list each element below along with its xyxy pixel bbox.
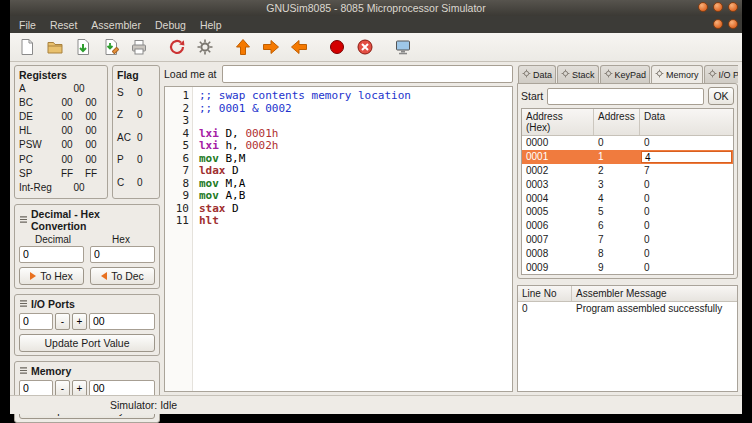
step-forward-arrow-button[interactable] xyxy=(258,35,284,59)
tab-keypad[interactable]: KeyPad xyxy=(600,65,651,83)
menu-help[interactable]: Help xyxy=(193,16,229,33)
right-panel-tabs: DataStackKeyPadMemoryI/O Ports xyxy=(517,65,738,83)
right-arrow-icon xyxy=(30,272,36,280)
monitor-icon xyxy=(394,38,412,56)
menu-reset[interactable]: Reset xyxy=(43,16,84,33)
monitor-button[interactable] xyxy=(390,35,416,59)
memory-column-header[interactable]: Data xyxy=(640,109,733,135)
memory-cell-hex: 0008 xyxy=(522,246,594,260)
memory-decrement-button[interactable]: - xyxy=(55,380,70,397)
code-line: stax D xyxy=(199,203,411,216)
io-ports-panel: I/O Ports - + Update Port Value xyxy=(14,294,160,356)
memory-table-row[interactable]: 000440 xyxy=(522,191,733,205)
tab-i-o-ports[interactable]: I/O Ports xyxy=(704,65,738,83)
to-dec-button[interactable]: To Dec xyxy=(90,267,155,285)
tab-memory[interactable]: Memory xyxy=(651,65,703,83)
registers-title: Registers xyxy=(19,69,103,81)
tab-label: Data xyxy=(533,70,552,80)
memory-address-input[interactable] xyxy=(19,380,53,397)
window-close-button[interactable] xyxy=(728,2,738,12)
memory-table-row[interactable]: 000770 xyxy=(522,233,733,247)
hex-input[interactable] xyxy=(90,246,155,263)
window-restore-button[interactable] xyxy=(713,19,723,29)
assemble-button[interactable] xyxy=(164,35,190,59)
message-text: Program assembled successfully xyxy=(572,303,737,314)
register-value: 00 xyxy=(83,97,99,108)
memory-cell-address: 3 xyxy=(594,177,640,191)
update-port-value-button[interactable]: Update Port Value xyxy=(19,334,155,352)
menu-assembler[interactable]: Assembler xyxy=(84,16,148,33)
ok-button[interactable]: OK xyxy=(708,87,734,105)
memory-table-row[interactable]: 000990 xyxy=(522,260,733,274)
memory-cell-hex: 0009 xyxy=(522,260,594,274)
settings-gear-button[interactable] xyxy=(192,35,218,59)
memory-cell-address: 9 xyxy=(594,260,640,274)
line-number-gutter: 1234567891011 xyxy=(165,87,193,391)
flag-value: 0 xyxy=(137,109,143,120)
memory-data-editor[interactable]: 4 xyxy=(641,151,732,163)
code-token: D, xyxy=(219,127,246,140)
save-as-button[interactable] xyxy=(98,35,124,59)
code-editor[interactable]: 1234567891011 ;; swap contents memory lo… xyxy=(164,86,513,392)
line-no-column-header[interactable]: Line No xyxy=(518,286,572,301)
start-address-input[interactable] xyxy=(547,88,704,105)
register-value: 00 xyxy=(59,111,75,122)
flag-row-c: C0 xyxy=(117,171,155,194)
memory-table-row[interactable]: 000550 xyxy=(522,205,733,219)
code-token: stax xyxy=(199,202,226,215)
memory-column-header[interactable]: Address (Hex) xyxy=(522,109,594,135)
code-area[interactable]: ;; swap contents memory location;; 0001 … xyxy=(193,87,411,391)
stop-button[interactable] xyxy=(352,35,378,59)
flag-row-z: Z0 xyxy=(117,104,155,127)
memory-cell-address: 7 xyxy=(594,233,640,247)
assemble-icon xyxy=(168,38,186,56)
memory-table-row[interactable]: 000227 xyxy=(522,164,733,178)
decimal-input[interactable] xyxy=(19,246,84,263)
new-file-button[interactable] xyxy=(14,35,40,59)
memory-cell-data: 0 xyxy=(640,219,733,233)
assembler-message-column-header[interactable]: Assembler Message xyxy=(572,286,737,301)
code-line: hlt xyxy=(199,215,411,228)
step-back-arrow-button[interactable] xyxy=(286,35,312,59)
memory-table-row[interactable]: 000660 xyxy=(522,219,733,233)
memory-cell-hex: 0003 xyxy=(522,177,594,191)
code-token: h, xyxy=(219,139,246,152)
window-close-button-secondary[interactable] xyxy=(728,19,738,29)
io-port-increment-button[interactable]: + xyxy=(72,313,87,330)
to-hex-button[interactable]: To Hex xyxy=(19,267,84,285)
menu-file[interactable]: File xyxy=(12,16,43,33)
memory-cell-address: 6 xyxy=(594,219,640,233)
memory-table-row[interactable]: 000330 xyxy=(522,177,733,191)
code-token: lxi xyxy=(199,139,219,152)
left-sidebar: Registers A00BC0000DE0000HL0000PSW0000PC… xyxy=(14,65,160,392)
load-address-input[interactable] xyxy=(222,65,513,83)
open-folder-button[interactable] xyxy=(42,35,68,59)
tab-label: Memory xyxy=(666,70,699,80)
window-minimize-button[interactable] xyxy=(698,2,708,12)
record-button[interactable] xyxy=(324,35,350,59)
tab-stack[interactable]: Stack xyxy=(557,65,599,83)
memory-increment-button[interactable]: + xyxy=(72,380,87,397)
save-button[interactable] xyxy=(70,35,96,59)
tab-data[interactable]: Data xyxy=(518,65,556,83)
memory-table-row[interactable]: 000000 xyxy=(522,136,733,150)
title-bar[interactable]: GNUSim8085 - 8085 Microprocessor Simulat… xyxy=(10,0,742,16)
menu-debug[interactable]: Debug xyxy=(148,16,193,33)
memory-table-row[interactable]: 000880 xyxy=(522,246,733,260)
flags-title: Flag xyxy=(117,69,155,81)
io-port-decrement-button[interactable]: - xyxy=(55,313,70,330)
memory-cell-hex: 0004 xyxy=(522,191,594,205)
memory-table-row[interactable]: 000114 xyxy=(522,150,733,164)
assembler-message-row[interactable]: 0Program assembled successfully xyxy=(518,302,737,316)
settings-gear-icon xyxy=(196,38,214,56)
memory-column-header[interactable]: Address xyxy=(594,109,640,135)
window-maximize-button[interactable] xyxy=(713,2,723,12)
tab-label: Stack xyxy=(572,70,595,80)
print-button[interactable] xyxy=(126,35,152,59)
memory-panel-title: Memory xyxy=(31,365,71,377)
memory-value-input[interactable] xyxy=(89,380,155,397)
run-arrow-button[interactable] xyxy=(230,35,256,59)
io-port-value-input[interactable] xyxy=(89,313,155,330)
io-port-address-input[interactable] xyxy=(19,313,53,330)
registers-panel: Registers A00BC0000DE0000HL0000PSW0000PC… xyxy=(14,65,108,199)
